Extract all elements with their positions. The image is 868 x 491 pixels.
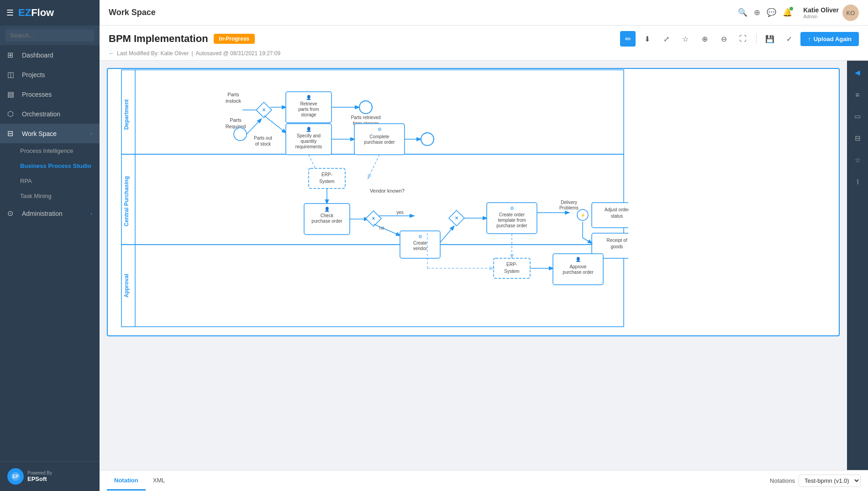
svg-point-46 [421,133,434,146]
svg-line-21 [247,119,261,134]
svg-text:⚙: ⚙ [510,206,514,211]
svg-point-20 [234,128,247,141]
sidebar-item-workspace[interactable]: ⊟ Work Space › [0,124,100,143]
sidebar-item-dashboard[interactable]: ⊞ Dashboard [0,45,100,65]
sidebar-item-label: Work Space [22,130,57,137]
zoom-out-button[interactable]: ⊖ [716,31,731,47]
fullscreen-button[interactable]: ⛶ [735,31,751,47]
user-role: Admin [803,14,839,19]
notation-select-wrap: Notations Test-bpmn (v1.0) [770,475,861,487]
svg-text:yes: yes [396,210,404,215]
svg-text:Problems: Problems [559,205,579,210]
favorites-icon[interactable]: ☆ [850,153,865,167]
upload-icon: ↑ [808,36,811,42]
sidebar-item-task-mining[interactable]: Task Mining [0,188,100,204]
svg-rect-101 [494,258,530,278]
svg-text:👤: 👤 [306,126,312,132]
star-button[interactable]: ☆ [678,31,693,47]
svg-text:instock: instock [226,98,242,104]
subitem-label: Process Intelligence [20,147,73,154]
sidebar-item-orchestration[interactable]: ⬡ Orchestration [0,104,100,124]
meta-autosaved: Autosaved @ 08/31/2021 19:27:09 [196,50,281,57]
svg-text:Department: Department [123,99,130,130]
sidebar-item-projects[interactable]: ◫ Projects [0,65,100,84]
sidebar-nav: ⊞ Dashboard ◫ Projects ▤ Processes ⬡ Orc… [0,45,100,461]
svg-text:requirements: requirements [295,144,322,149]
back-arrow-icon[interactable]: ← [109,50,114,57]
svg-line-69 [440,226,454,242]
svg-text:purchase order: purchase order [563,270,594,275]
svg-text:status: status [611,214,623,219]
bottom-tabs: Notation XML Notations Test-bpmn (v1.0) [100,470,868,491]
user-info: Katie Oliver Admin KO [803,5,859,21]
upload-again-button[interactable]: ↑ Upload Again [800,32,859,46]
projects-icon: ◫ [7,70,17,79]
pulse-icon[interactable]: ⌇ [850,175,865,189]
svg-text:👤: 👤 [575,256,581,262]
notations-label: Notations [770,477,795,484]
svg-rect-49 [309,168,345,188]
administration-icon: ⊙ [7,209,17,218]
toolbar-divider [756,33,757,44]
svg-text:EP: EP [12,474,19,479]
subitem-label: Task Mining [20,193,52,199]
notation-select[interactable]: Test-bpmn (v1.0) [799,475,861,487]
diagram-title: BPM Implementation In-Progress [109,33,255,45]
svg-text:Parts out: Parts out [254,136,272,141]
diagram-canvas[interactable]: Department Central Purchasing Approval P… [100,61,847,470]
hamburger-icon[interactable]: ☰ [6,8,14,18]
tab-notation[interactable]: Notation [107,471,146,491]
epsoft-logo: EP [7,468,24,485]
svg-line-48 [368,155,379,178]
svg-text:ERP-: ERP- [321,172,332,177]
download-button[interactable]: ⬇ [639,31,655,47]
upload-label: Upload Again [814,36,852,42]
xml-tab-label: XML [153,477,165,484]
collapse-panel-icon[interactable]: ◀ [850,65,865,80]
zoom-in-button[interactable]: ⊕ [697,31,712,47]
edit-button[interactable]: ✏ [620,31,636,47]
bpm-diagram: Department Central Purchasing Approval P… [108,69,628,334]
sidebar-item-processes[interactable]: ▤ Processes [0,84,100,104]
sidebar-item-process-intelligence[interactable]: Process Intelligence [0,143,100,158]
status-badge: In-Progress [214,34,255,44]
notification-icon[interactable]: 🔔 [783,8,792,17]
add-icon[interactable]: ⊕ [754,8,760,17]
panel-icon[interactable]: ▭ [850,109,865,124]
diagram-toolbar: ✏ ⬇ ⤢ ☆ ⊕ ⊖ ⛶ 💾 ✓ ↑ Upload Again [620,31,859,47]
user-details: Katie Oliver Admin [803,6,839,19]
svg-text:⚙: ⚙ [378,127,382,132]
tab-xml[interactable]: XML [146,471,173,491]
check-button[interactable]: ✓ [781,31,797,47]
diagram-body: Department Central Purchasing Approval P… [100,61,868,470]
save-button[interactable]: 💾 [762,31,778,47]
svg-text:Adjust order: Adjust order [605,207,628,212]
sidebar-item-label: Dashboard [22,52,53,59]
svg-text:⚙: ⚙ [418,234,422,239]
sidebar-item-business-process-studio[interactable]: Business Process Studio [0,158,100,173]
meta-separator: | [191,50,193,57]
notation-tab-label: Notation [114,477,138,484]
workspace-icon: ⊟ [7,129,17,138]
user-name: Katie Oliver [803,6,839,14]
chat-icon[interactable]: 💬 [767,8,776,17]
search-input[interactable] [5,29,94,42]
share-button[interactable]: ⤢ [658,31,674,47]
svg-line-32 [264,115,286,133]
svg-point-29 [359,101,372,114]
sidebar-item-administration[interactable]: ⊙ Administration › [0,204,100,223]
chevron-right-icon: › [90,210,92,217]
svg-line-95 [583,238,592,243]
main-content: Work Space 🔍 ⊕ 💬 🔔 Katie Oliver Admin KO [100,0,868,491]
list-icon[interactable]: ≡ [850,87,865,102]
svg-text:×: × [455,215,458,221]
sidebar-header: ☰ EZFlow [0,0,100,26]
diagram-header: BPM Implementation In-Progress ✏ ⬇ ⤢ ☆ ⊕… [100,26,868,61]
svg-text:Receipt of: Receipt of [606,238,627,243]
avatar[interactable]: KO [842,5,859,21]
sidebar-footer: EP Powered By EPSoft [0,461,100,491]
svg-text:purchase order: purchase order [311,219,342,224]
search-icon[interactable]: 🔍 [738,8,747,17]
sidebar-item-rpa[interactable]: RPA [0,173,100,188]
grid-icon[interactable]: ⊟ [850,131,865,146]
